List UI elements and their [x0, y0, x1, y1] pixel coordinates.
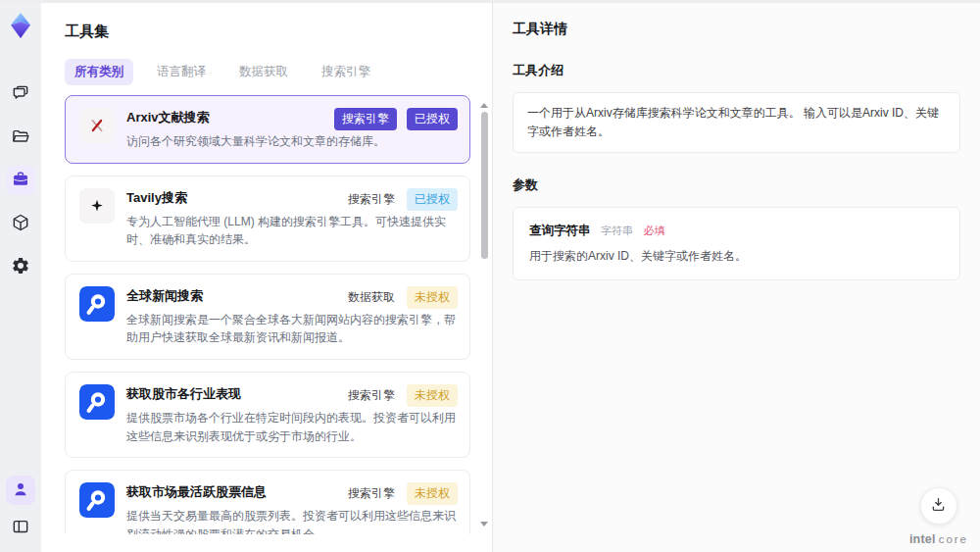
corner-widgets: intel core [909, 487, 968, 546]
tool-name: 获取市场最活跃股票信息 [126, 483, 332, 501]
chat-icon [11, 83, 30, 106]
parameter-description: 用于搜索的Arxiv ID、关键字或作者姓名。 [529, 248, 944, 265]
folder-icon [11, 126, 30, 149]
intel-core-logo: intel core [909, 532, 968, 546]
active-stocks-icon [79, 482, 115, 518]
parameter-name: 查询字符串 [529, 224, 591, 237]
tab-data-fetch[interactable]: 数据获取 [229, 59, 298, 85]
tool-list: Arxiv文献搜索 访问各个研究领域大量科学论文和文章的存储库。 搜索引擎 已授… [65, 95, 492, 534]
tool-item-tavily[interactable]: Tavily搜索 专为人工智能代理 (LLM) 构建的搜索引擎工具。可快速提供实… [65, 176, 470, 262]
sidebar-bottom [6, 476, 35, 542]
params-heading: 参数 [513, 176, 960, 194]
auth-status-badge: 未授权 [407, 286, 458, 309]
tool-name: 全球新闻搜索 [126, 287, 332, 305]
cube-icon [11, 213, 30, 235]
page-title: 工具集 [65, 23, 492, 41]
tool-description: 提供当天交易量最高的股票列表。投资者可以利用这些信息来识别流动性强的股票和潜在的… [126, 507, 458, 534]
auth-status-badge: 已授权 [407, 108, 458, 130]
tool-description: 提供股票市场各个行业在特定时间段内的表现。投资者可以利用这些信息来识别表现优于或… [126, 409, 458, 445]
tool-name: Arxiv文献搜索 [126, 109, 332, 126]
user-icon [11, 479, 30, 502]
sidebar-item-panel-toggle[interactable] [6, 513, 35, 542]
arxiv-logo-icon [79, 108, 115, 143]
core-brand-text: core [939, 533, 968, 545]
sidebar-item-files[interactable] [6, 123, 35, 152]
tools-list-pane: 工具集 所有类别 语言翻译 数据获取 搜索引擎 A [41, 3, 492, 552]
news-search-icon [79, 286, 115, 322]
sidebar-item-chat[interactable] [6, 79, 35, 109]
sidebar-item-models[interactable] [6, 209, 35, 238]
sidebar-nav [6, 79, 35, 281]
scroll-up-arrow-icon[interactable] [480, 103, 488, 108]
intel-brand-text: intel [909, 532, 936, 546]
category-tabs: 所有类别 语言翻译 数据获取 搜索引擎 [65, 59, 492, 85]
category-badge: 搜索引擎 [346, 482, 397, 505]
scroll-down-arrow-icon[interactable] [480, 522, 488, 527]
main-content: 工具集 所有类别 语言翻译 数据获取 搜索引擎 A [41, 3, 980, 552]
download-button[interactable] [920, 487, 957, 525]
app-window: 工具集 所有类别 语言翻译 数据获取 搜索引擎 A [0, 0, 980, 552]
tool-description: 专为人工智能代理 (LLM) 构建的搜索引擎工具。可快速提供实时、准确和真实的结… [126, 213, 458, 249]
parameter-type: 字符串 [601, 225, 633, 236]
sidebar-item-tools[interactable] [6, 166, 35, 195]
tool-name: 获取股市各行业表现 [126, 385, 332, 403]
category-badge: 搜索引擎 [334, 108, 397, 130]
tool-item-global-news[interactable]: 全球新闻搜索 全球新闻搜索是一个聚合全球各大新闻网站内容的搜索引擎，帮助用户快速… [65, 274, 470, 360]
auth-status-badge: 已授权 [407, 188, 458, 211]
app-logo-icon [6, 11, 35, 40]
auth-status-badge: 未授权 [407, 482, 458, 505]
details-title: 工具详情 [513, 21, 960, 38]
tool-description: 全球新闻搜索是一个聚合全球各大新闻网站内容的搜索引擎，帮助用户快速获取全球最新资… [126, 311, 458, 347]
parameter-card: 查询字符串 字符串 必填 用于搜索的Arxiv ID、关键字或作者姓名。 [513, 207, 960, 280]
download-icon [929, 495, 948, 517]
intro-card: 一个用于从Arxiv存储库搜索科学论文和文章的工具。 输入可以是Arxiv ID… [513, 92, 960, 153]
list-scrollbar[interactable] [478, 103, 490, 527]
app-sidebar [0, 3, 41, 552]
sector-performance-icon [79, 384, 115, 420]
panel-layout-icon [11, 517, 30, 539]
tool-description: 访问各个研究领域大量科学论文和文章的存储库。 [126, 132, 458, 151]
tab-language-translation[interactable]: 语言翻译 [147, 59, 216, 85]
tool-item-active-stocks[interactable]: 获取市场最活跃股票信息 提供当天交易量最高的股票列表。投资者可以利用这些信息来识… [65, 470, 470, 534]
sidebar-item-settings[interactable] [6, 252, 35, 281]
tool-name: Tavily搜索 [126, 189, 332, 207]
sidebar-item-profile[interactable] [6, 476, 35, 505]
tab-search-engine[interactable]: 搜索引擎 [312, 59, 380, 85]
gear-icon [11, 256, 30, 278]
tab-all-categories[interactable]: 所有类别 [65, 59, 133, 85]
tool-item-arxiv[interactable]: Arxiv文献搜索 访问各个研究领域大量科学论文和文章的存储库。 搜索引擎 已授… [65, 95, 470, 164]
parameter-required-label: 必填 [643, 225, 664, 236]
scrollbar-thumb[interactable] [481, 112, 488, 259]
category-badge: 数据获取 [346, 286, 397, 309]
tool-item-sector-performance[interactable]: 获取股市各行业表现 提供股票市场各个行业在特定时间段内的表现。投资者可以利用这些… [65, 372, 470, 458]
category-badge: 搜索引擎 [346, 188, 397, 211]
briefcase-icon [11, 170, 30, 192]
intro-heading: 工具介绍 [513, 62, 960, 79]
auth-status-badge: 未授权 [407, 384, 458, 407]
category-badge: 搜索引擎 [346, 384, 397, 407]
tavily-star-icon [79, 188, 115, 224]
tool-details-pane: 工具详情 工具介绍 一个用于从Arxiv存储库搜索科学论文和文章的工具。 输入可… [492, 3, 980, 552]
